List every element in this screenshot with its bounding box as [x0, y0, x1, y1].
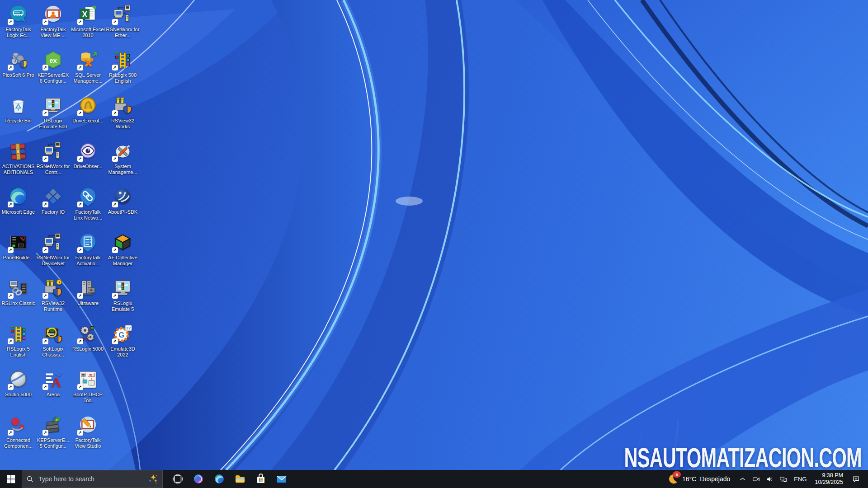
meet-now-button[interactable]: [749, 470, 763, 488]
action-center-button[interactable]: [847, 470, 864, 488]
icon-label: DriveObser...: [73, 164, 102, 169]
shortcut-arrow-icon: ↗: [8, 19, 14, 25]
desktop-icon-kepserver5[interactable]: ↗KEPServerE... 5 Configur...: [36, 413, 71, 459]
desktop-icon-ftview-studio[interactable]: ↗FactoryTalk View Studio: [71, 413, 105, 459]
desktop-icon-rslogix5000[interactable]: ↗RSLogix 5000: [71, 322, 105, 368]
desktop[interactable]: ↗FactoryTalk Logix Ec...↗FactoryTalk Vie…: [0, 0, 868, 470]
weather-widget[interactable]: 6 16°C Despejado: [661, 470, 736, 488]
studio5000-icon: ↗: [8, 369, 29, 390]
icon-label: FactoryTalk View ME ...: [36, 27, 71, 38]
desktop-icon-emulate3d[interactable]: G22↗Emulate3D 2022: [105, 322, 140, 368]
shortcut-arrow-icon: ↗: [77, 110, 83, 116]
icon-label: Factory IO: [42, 209, 65, 215]
desktop-icon-af-cube[interactable]: ↗AF Collective Manager: [105, 231, 140, 277]
ultraware-icon: ↗: [77, 277, 99, 299]
icon-label: RsLogix 500 English: [106, 72, 140, 84]
desktop-icon-ladder[interactable]: ↗RsLogix 500 English: [105, 48, 140, 94]
desktop-icon-system-mgmt[interactable]: ↗System Manageme...: [105, 140, 140, 185]
desktop-icon-edge[interactable]: ↗Microsoft Edge: [1, 185, 36, 231]
desktop-icon-driveobserver[interactable]: ↗DriveObser...: [71, 140, 105, 185]
taskbar-microsoft-store-button[interactable]: [250, 470, 271, 488]
af-cube-icon: ↗: [112, 232, 134, 253]
shortcut-arrow-icon: ↗: [112, 65, 118, 70]
shortcut-arrow-icon: ↗: [112, 156, 118, 162]
clock[interactable]: 9:38 PM 10/29/2025: [811, 472, 847, 486]
taskbar-mail-button[interactable]: [271, 470, 292, 488]
icon-label: FactoryTalk Activatio...: [71, 255, 105, 267]
desktop-icon-emulate-monitor[interactable]: ↗RSLogix Emulate 5: [105, 277, 140, 322]
desktop-icon-ladder[interactable]: ↗RSLogix 5 English: [1, 322, 36, 368]
desktop-icon-factory-io[interactable]: ↗Factory IO: [36, 185, 71, 231]
desktop-icon-factorytalk-logix-echo[interactable]: ↗FactoryTalk Logix Ec...: [1, 3, 36, 48]
desktop-icon-rsview-works[interactable]: ↗RSView32 Works: [105, 94, 140, 140]
copilot-icon: [193, 474, 204, 484]
windows-logo-icon: [5, 474, 16, 484]
shortcut-arrow-icon: ↗: [42, 338, 48, 344]
desktop-icon-rsnetworx[interactable]: ↗RSNetWorx for Contr...: [36, 140, 71, 185]
desktop-icon-rsnetworx[interactable]: ↗RSNetWorx for DeviceNet: [36, 231, 71, 277]
desktop-icon-bootp-dhcp[interactable]: ↗BootP-DHCP Tool: [71, 368, 105, 413]
icon-label: Recycle Bin: [5, 118, 31, 124]
icon-label: PicoSoft 6 Pro: [2, 72, 34, 78]
taskbar-file-explorer-button[interactable]: [230, 470, 250, 488]
desktop-icon-ultraware[interactable]: ↗Ultraware: [71, 277, 105, 322]
desktop-icon-factorytalk-view-me[interactable]: ↗FactoryTalk View ME ...: [36, 3, 71, 48]
desktop-icon-driveexecutive[interactable]: ↗DriveExecut...: [71, 94, 105, 140]
desktop-icon-studio5000[interactable]: ↗Studio 5000: [1, 368, 36, 413]
taskbar-task-view-button[interactable]: [167, 470, 188, 488]
tray-overflow-chevron[interactable]: [736, 470, 749, 488]
desktop-icon-ftlinx[interactable]: ↗FactoryTalk Linx Netwo...: [71, 185, 105, 231]
desktop-icon-aboutpi-sdk[interactable]: ↗AboutPI-SDK: [105, 185, 140, 231]
search-input[interactable]: [38, 475, 144, 483]
desktop-icon-emulate-monitor[interactable]: ↗RSLogix Emulate 500: [36, 94, 71, 140]
desktop-icon-sql-mgmt[interactable]: ↗SQL Server Manageme...: [71, 48, 105, 94]
shortcut-arrow-icon: ↗: [77, 338, 83, 344]
start-button[interactable]: [0, 470, 22, 488]
taskbar-edge-button[interactable]: [209, 470, 230, 488]
icon-label: AboutPI-SDK: [108, 209, 137, 215]
desktop-icon-excel-2010[interactable]: X↗Microsoft Excel 2010: [71, 3, 105, 48]
taskbar-search-box[interactable]: [22, 470, 163, 488]
ladder-icon: ↗: [112, 49, 134, 71]
icon-label: Microsoft Excel 2010: [71, 27, 105, 38]
weather-condition: Despejado: [700, 475, 730, 483]
desktop-icon-winrar-archive[interactable]: ACTIVATIONS ADITIONALS: [1, 140, 36, 185]
desktop-icon-recycle-bin[interactable]: Recycle Bin: [1, 94, 36, 140]
icon-label: RSLogix Emulate 5: [106, 300, 140, 312]
desktop-icon-arena[interactable]: A↗Arena: [36, 368, 71, 413]
desktop-icon-kepserverex6[interactable]: ex↗KEPServerEX 6 Configur...: [36, 48, 71, 94]
rsnetworx-icon: ↗: [42, 232, 64, 253]
shortcut-arrow-icon: ↗: [112, 19, 118, 25]
svg-text:ex: ex: [49, 56, 57, 64]
shortcut-arrow-icon: ↗: [112, 293, 118, 299]
desktop-icon-rslinx[interactable]: ↗RSLinx Classic: [1, 277, 36, 322]
desktop-icon-panelbuilder[interactable]: ↗PanelBuilde...: [1, 231, 36, 277]
panelbuilder-icon: ↗: [8, 232, 29, 253]
clock-date: 10/29/2025: [815, 479, 843, 486]
factorytalk-view-me-icon: ↗: [42, 4, 64, 25]
language-indicator[interactable]: ENG: [790, 476, 811, 483]
shortcut-arrow-icon: ↗: [112, 247, 118, 253]
ft-activation-icon: ↗: [77, 232, 99, 253]
desktop-icon-rsnetworx[interactable]: ↗RSNetWorx for Ether...: [105, 3, 140, 48]
icon-label: KEPServerE... 5 Configur...: [36, 437, 71, 449]
network-button[interactable]: [776, 470, 790, 488]
icon-label: RSNetWorx for Contr...: [36, 164, 71, 175]
shortcut-arrow-icon: ↗: [77, 19, 83, 25]
desktop-icon-connected-components[interactable]: ↗Connected Componen...: [1, 413, 36, 459]
excel-2010-icon: X↗: [77, 4, 99, 25]
icon-label: ACTIVATIONS ADITIONALS: [1, 164, 36, 175]
desktop-icon-rsview-runtime[interactable]: ↗RSView32 Runtime: [36, 277, 71, 322]
volume-button[interactable]: [763, 470, 776, 488]
shortcut-arrow-icon: ↗: [42, 293, 48, 299]
shortcut-arrow-icon: ↗: [42, 384, 48, 390]
sql-mgmt-icon: ↗: [77, 49, 99, 71]
taskbar-copilot-button[interactable]: [188, 470, 209, 488]
desktop-icon-picosoft[interactable]: ↗PicoSoft 6 Pro: [1, 48, 36, 94]
search-icon: [26, 475, 34, 483]
speaker-icon: [766, 475, 774, 483]
desktop-icon-ft-activation[interactable]: ↗FactoryTalk Activatio...: [71, 231, 105, 277]
icon-label: System Manageme...: [106, 164, 140, 175]
shortcut-arrow-icon: ↗: [42, 247, 48, 253]
desktop-icon-softlogix[interactable]: ↗SoftLogix Chassis...: [36, 322, 71, 368]
